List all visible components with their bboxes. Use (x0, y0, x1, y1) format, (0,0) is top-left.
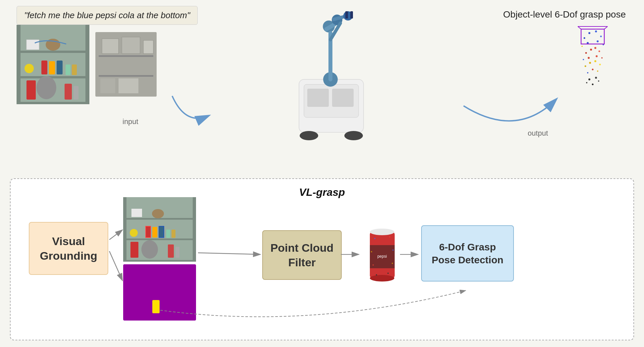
svg-rect-14 (26, 80, 36, 100)
svg-point-52 (599, 51, 600, 52)
svg-point-68 (592, 84, 594, 85)
svg-point-51 (585, 52, 587, 54)
svg-point-39 (344, 131, 363, 140)
svg-rect-23 (143, 40, 153, 54)
svg-rect-26 (142, 78, 153, 93)
svg-point-64 (581, 46, 583, 47)
svg-rect-6 (26, 40, 39, 50)
svg-rect-22 (122, 37, 140, 54)
output-title: Object-level 6-Dof grasp pose (503, 9, 626, 20)
svg-point-55 (589, 62, 591, 64)
svg-point-107 (392, 263, 393, 264)
svg-point-62 (583, 59, 584, 60)
svg-point-46 (600, 36, 602, 37)
svg-rect-10 (49, 61, 55, 74)
svg-rect-17 (74, 86, 78, 100)
svg-point-57 (585, 65, 586, 67)
mask-dot (152, 300, 160, 313)
svg-rect-20 (99, 75, 153, 77)
svg-rect-81 (126, 239, 193, 240)
svg-rect-24 (100, 78, 115, 93)
visual-grounding-box: VisualGrounding (29, 222, 108, 275)
svg-point-99 (370, 275, 394, 282)
mid-shelf-image (123, 197, 196, 262)
svg-point-59 (592, 69, 594, 70)
svg-rect-33 (350, 11, 353, 19)
input-label: input (123, 117, 138, 126)
svg-point-45 (584, 37, 585, 39)
svg-rect-19 (99, 55, 153, 57)
svg-point-109 (387, 273, 389, 274)
svg-rect-37 (332, 89, 354, 107)
svg-point-102 (374, 238, 375, 239)
svg-point-50 (594, 47, 596, 49)
visual-grounding-label: VisualGrounding (40, 234, 97, 263)
svg-point-15 (36, 76, 56, 99)
robot-image (259, 7, 385, 146)
svg-rect-21 (102, 39, 119, 54)
svg-rect-9 (41, 61, 47, 74)
svg-point-108 (376, 274, 377, 276)
svg-rect-88 (159, 226, 164, 238)
svg-rect-89 (166, 230, 170, 238)
svg-rect-2 (85, 25, 89, 104)
six-dof-box: 6-Dof GraspPose Detection (421, 225, 514, 282)
shelf-photo (17, 25, 89, 104)
svg-rect-90 (172, 230, 175, 238)
svg-rect-16 (65, 84, 72, 100)
svg-rect-95 (168, 244, 174, 258)
svg-point-66 (588, 78, 590, 80)
vl-grasp-title: VL-grasp (299, 186, 345, 198)
svg-line-73 (604, 26, 608, 29)
svg-text:pepsi: pepsi (377, 254, 387, 259)
svg-rect-5 (21, 102, 85, 104)
svg-line-112 (109, 230, 123, 240)
svg-point-8 (25, 64, 34, 73)
quote-box: "fetch me the blue pepsi cola at the bot… (17, 6, 198, 25)
point-cloud-filter-box: Point CloudFilter (262, 230, 342, 280)
svg-point-67 (595, 77, 597, 79)
svg-rect-36 (307, 89, 329, 107)
svg-rect-93 (130, 242, 138, 258)
svg-point-94 (141, 240, 158, 259)
svg-point-60 (587, 72, 588, 73)
svg-rect-79 (193, 197, 196, 262)
svg-rect-82 (126, 260, 193, 262)
svg-rect-32 (345, 11, 348, 19)
svg-point-54 (596, 55, 598, 57)
svg-rect-86 (146, 226, 151, 238)
svg-point-44 (595, 30, 597, 32)
bottom-section: VL-grasp VisualGrounding (10, 178, 634, 340)
svg-point-104 (371, 251, 372, 252)
svg-point-38 (300, 131, 318, 140)
svg-rect-13 (72, 65, 77, 75)
svg-rect-80 (126, 218, 193, 220)
svg-point-49 (590, 49, 592, 51)
svg-point-43 (588, 32, 590, 34)
svg-line-114 (198, 253, 260, 254)
mask-image (123, 264, 196, 321)
svg-point-103 (389, 236, 390, 238)
svg-rect-11 (57, 61, 63, 74)
svg-point-106 (372, 264, 374, 266)
can-image: pepsi (363, 222, 401, 288)
svg-point-61 (597, 70, 598, 72)
point-cloud-grasp-image (560, 20, 626, 99)
svg-point-48 (597, 40, 599, 42)
svg-point-56 (594, 60, 596, 62)
svg-line-113 (109, 251, 123, 281)
svg-rect-12 (66, 65, 71, 75)
svg-rect-96 (175, 247, 179, 258)
svg-point-98 (370, 229, 394, 235)
svg-point-84 (152, 209, 164, 218)
svg-point-58 (599, 64, 601, 65)
svg-rect-3 (21, 51, 85, 53)
svg-point-63 (601, 57, 603, 59)
left-images (17, 25, 157, 104)
svg-point-69 (586, 82, 587, 83)
output-label: output (528, 129, 548, 138)
svg-line-72 (578, 26, 581, 29)
svg-point-53 (588, 57, 590, 59)
svg-rect-25 (119, 78, 138, 93)
svg-rect-83 (131, 209, 142, 217)
